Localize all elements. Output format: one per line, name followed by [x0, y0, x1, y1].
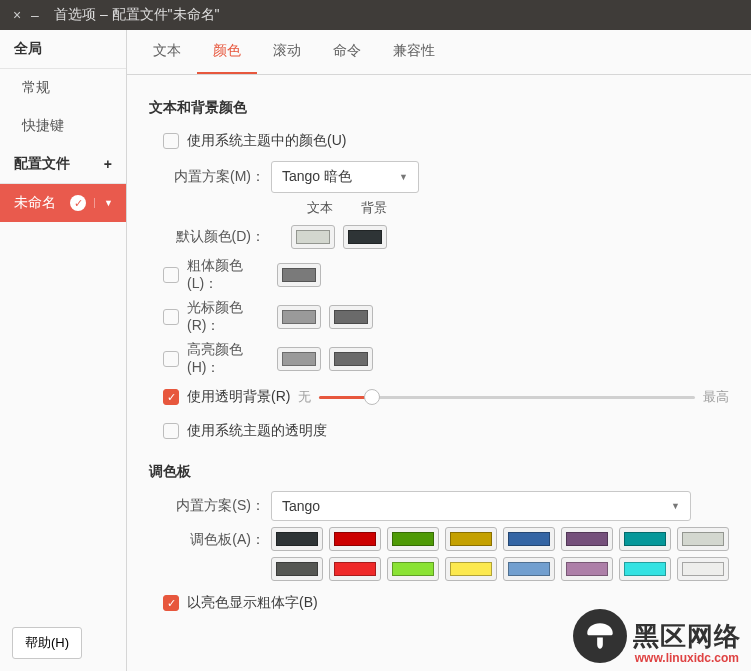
- window-title: 首选项 – 配置文件"未命名": [54, 6, 220, 24]
- column-header-bg: 背景: [347, 199, 401, 217]
- close-icon[interactable]: ×: [8, 7, 26, 23]
- palette-color-1[interactable]: [329, 527, 381, 551]
- checkbox-sys-transparency[interactable]: [163, 423, 179, 439]
- palette-color-6[interactable]: [619, 527, 671, 551]
- label-sys-transparency: 使用系统主题的透明度: [187, 422, 327, 440]
- chevron-down-icon[interactable]: ▼: [94, 198, 116, 208]
- sidebar-item-shortcuts[interactable]: 快捷键: [0, 107, 126, 145]
- label-bright-bold: 以亮色显示粗体字(B): [187, 594, 318, 612]
- slider-max-label: 最高: [703, 388, 729, 406]
- slider-min-label: 无: [298, 388, 311, 406]
- column-header-text: 文本: [293, 199, 347, 217]
- label-builtin-scheme: 内置方案(M)：: [163, 168, 271, 186]
- tab-command[interactable]: 命令: [317, 30, 377, 74]
- tab-compat[interactable]: 兼容性: [377, 30, 451, 74]
- check-icon: ✓: [70, 195, 86, 211]
- sidebar-item-general[interactable]: 常规: [0, 69, 126, 107]
- color-cursor-bg[interactable]: [329, 305, 373, 329]
- add-profile-icon[interactable]: +: [104, 156, 112, 172]
- label-transparent-bg: 使用透明背景(R): [187, 388, 290, 406]
- section-title-palette: 调色板: [149, 463, 729, 481]
- select-builtin-scheme[interactable]: Tango 暗色▼: [271, 161, 419, 193]
- color-default-bg[interactable]: [343, 225, 387, 249]
- tabs: 文本 颜色 滚动 命令 兼容性: [127, 30, 751, 75]
- label-use-theme-colors: 使用系统主题中的颜色(U): [187, 132, 346, 150]
- checkbox-use-theme-colors[interactable]: [163, 133, 179, 149]
- sidebar-section-profiles: 配置文件 +: [0, 145, 126, 184]
- titlebar: × – 首选项 – 配置文件"未命名": [0, 0, 751, 30]
- palette-color-14[interactable]: [619, 557, 671, 581]
- palette-color-2[interactable]: [387, 527, 439, 551]
- help-button[interactable]: 帮助(H): [12, 627, 82, 659]
- palette-color-13[interactable]: [561, 557, 613, 581]
- palette-color-10[interactable]: [387, 557, 439, 581]
- checkbox-highlight-color[interactable]: [163, 351, 179, 367]
- checkbox-cursor-color[interactable]: [163, 309, 179, 325]
- color-highlight-bg[interactable]: [329, 347, 373, 371]
- color-highlight-text[interactable]: [277, 347, 321, 371]
- palette-color-5[interactable]: [561, 527, 613, 551]
- checkbox-bright-bold[interactable]: ✓: [163, 595, 179, 611]
- select-palette-scheme[interactable]: Tango▼: [271, 491, 691, 521]
- palette-color-3[interactable]: [445, 527, 497, 551]
- palette-color-9[interactable]: [329, 557, 381, 581]
- label-cursor-color: 光标颜色(R)：: [187, 299, 277, 335]
- palette-color-12[interactable]: [503, 557, 555, 581]
- sidebar-section-global: 全局: [0, 30, 126, 69]
- tab-text[interactable]: 文本: [137, 30, 197, 74]
- color-default-text[interactable]: [291, 225, 335, 249]
- palette-color-15[interactable]: [677, 557, 729, 581]
- palette-color-7[interactable]: [677, 527, 729, 551]
- tab-scroll[interactable]: 滚动: [257, 30, 317, 74]
- label-default-color: 默认颜色(D)：: [163, 228, 271, 246]
- sidebar: 全局 常规 快捷键 配置文件 + 未命名 ✓ ▼ 帮助(H): [0, 30, 127, 671]
- sidebar-item-profile-active[interactable]: 未命名 ✓ ▼: [0, 184, 126, 222]
- palette-color-8[interactable]: [271, 557, 323, 581]
- palette-color-11[interactable]: [445, 557, 497, 581]
- transparency-slider[interactable]: [319, 388, 695, 406]
- palette-grid: [271, 527, 729, 581]
- color-cursor-text[interactable]: [277, 305, 321, 329]
- color-bold[interactable]: [277, 263, 321, 287]
- label-palette-scheme: 内置方案(S)：: [163, 497, 271, 515]
- palette-color-4[interactable]: [503, 527, 555, 551]
- label-highlight-color: 高亮颜色(H)：: [187, 341, 277, 377]
- section-title-text-bg: 文本和背景颜色: [149, 99, 729, 117]
- label-bold-color: 粗体颜色(L)：: [187, 257, 277, 293]
- palette-color-0[interactable]: [271, 527, 323, 551]
- chevron-down-icon: ▼: [671, 501, 680, 511]
- checkbox-transparent-bg[interactable]: ✓: [163, 389, 179, 405]
- minimize-icon[interactable]: –: [26, 7, 44, 23]
- chevron-down-icon: ▼: [399, 172, 408, 182]
- tab-color[interactable]: 颜色: [197, 30, 257, 74]
- checkbox-bold-color[interactable]: [163, 267, 179, 283]
- label-palette: 调色板(A)：: [163, 527, 271, 549]
